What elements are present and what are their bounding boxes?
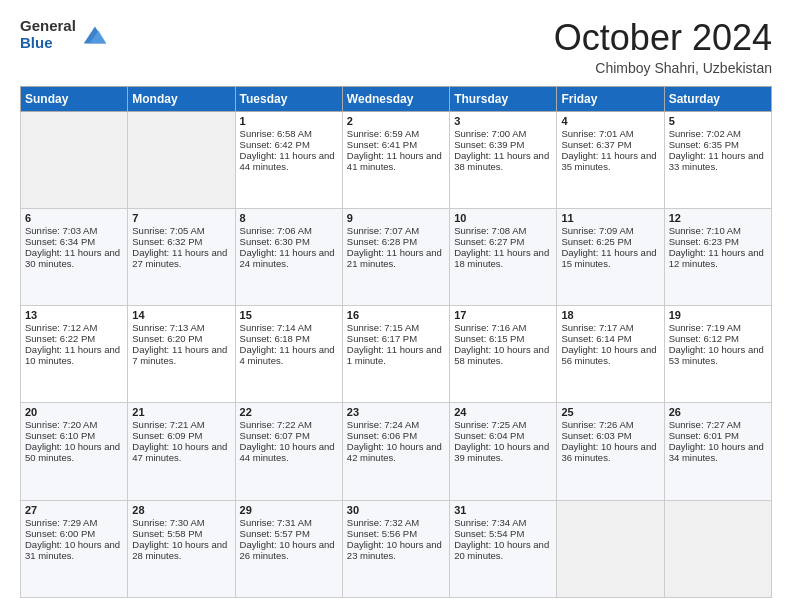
sunrise-text: Sunrise: 7:00 AM [454, 128, 552, 139]
sunrise-text: Sunrise: 7:08 AM [454, 225, 552, 236]
calendar-cell: 23Sunrise: 7:24 AMSunset: 6:06 PMDayligh… [342, 403, 449, 500]
sunrise-text: Sunrise: 7:03 AM [25, 225, 123, 236]
sunrise-text: Sunrise: 7:20 AM [25, 419, 123, 430]
daylight-text: Daylight: 10 hours and 42 minutes. [347, 441, 445, 463]
col-header-monday: Monday [128, 86, 235, 111]
logo: General Blue [20, 18, 108, 51]
day-number: 24 [454, 406, 552, 418]
day-number: 19 [669, 309, 767, 321]
logo-line2: Blue [20, 35, 76, 52]
daylight-text: Daylight: 10 hours and 50 minutes. [25, 441, 123, 463]
calendar-cell: 3Sunrise: 7:00 AMSunset: 6:39 PMDaylight… [450, 111, 557, 208]
sunset-text: Sunset: 5:54 PM [454, 528, 552, 539]
day-number: 6 [25, 212, 123, 224]
daylight-text: Daylight: 11 hours and 41 minutes. [347, 150, 445, 172]
day-number: 2 [347, 115, 445, 127]
sunset-text: Sunset: 6:30 PM [240, 236, 338, 247]
day-number: 16 [347, 309, 445, 321]
daylight-text: Daylight: 10 hours and 28 minutes. [132, 539, 230, 561]
day-number: 1 [240, 115, 338, 127]
sunset-text: Sunset: 6:18 PM [240, 333, 338, 344]
sunset-text: Sunset: 6:42 PM [240, 139, 338, 150]
sunset-text: Sunset: 6:34 PM [25, 236, 123, 247]
daylight-text: Daylight: 10 hours and 36 minutes. [561, 441, 659, 463]
calendar-cell: 22Sunrise: 7:22 AMSunset: 6:07 PMDayligh… [235, 403, 342, 500]
title-block: October 2024 Chimboy Shahri, Uzbekistan [554, 18, 772, 76]
calendar-cell: 29Sunrise: 7:31 AMSunset: 5:57 PMDayligh… [235, 500, 342, 597]
calendar-cell: 17Sunrise: 7:16 AMSunset: 6:15 PMDayligh… [450, 306, 557, 403]
daylight-text: Daylight: 10 hours and 31 minutes. [25, 539, 123, 561]
header-row: SundayMondayTuesdayWednesdayThursdayFrid… [21, 86, 772, 111]
daylight-text: Daylight: 11 hours and 1 minute. [347, 344, 445, 366]
col-header-wednesday: Wednesday [342, 86, 449, 111]
sunset-text: Sunset: 6:37 PM [561, 139, 659, 150]
daylight-text: Daylight: 10 hours and 47 minutes. [132, 441, 230, 463]
sunrise-text: Sunrise: 7:31 AM [240, 517, 338, 528]
sunset-text: Sunset: 6:22 PM [25, 333, 123, 344]
sunset-text: Sunset: 6:03 PM [561, 430, 659, 441]
col-header-thursday: Thursday [450, 86, 557, 111]
sunset-text: Sunset: 6:27 PM [454, 236, 552, 247]
day-number: 25 [561, 406, 659, 418]
sunrise-text: Sunrise: 7:32 AM [347, 517, 445, 528]
daylight-text: Daylight: 10 hours and 34 minutes. [669, 441, 767, 463]
day-number: 8 [240, 212, 338, 224]
sunrise-text: Sunrise: 7:34 AM [454, 517, 552, 528]
sunset-text: Sunset: 6:10 PM [25, 430, 123, 441]
week-row-4: 20Sunrise: 7:20 AMSunset: 6:10 PMDayligh… [21, 403, 772, 500]
calendar-cell [664, 500, 771, 597]
day-number: 27 [25, 504, 123, 516]
sunset-text: Sunset: 6:20 PM [132, 333, 230, 344]
calendar-cell: 25Sunrise: 7:26 AMSunset: 6:03 PMDayligh… [557, 403, 664, 500]
sunset-text: Sunset: 6:17 PM [347, 333, 445, 344]
calendar-page: General Blue October 2024 Chimboy Shahri… [0, 0, 792, 612]
calendar-cell: 14Sunrise: 7:13 AMSunset: 6:20 PMDayligh… [128, 306, 235, 403]
sunset-text: Sunset: 6:06 PM [347, 430, 445, 441]
daylight-text: Daylight: 11 hours and 27 minutes. [132, 247, 230, 269]
sunrise-text: Sunrise: 7:14 AM [240, 322, 338, 333]
sunrise-text: Sunrise: 7:09 AM [561, 225, 659, 236]
calendar-cell: 16Sunrise: 7:15 AMSunset: 6:17 PMDayligh… [342, 306, 449, 403]
week-row-5: 27Sunrise: 7:29 AMSunset: 6:00 PMDayligh… [21, 500, 772, 597]
day-number: 31 [454, 504, 552, 516]
sunrise-text: Sunrise: 7:25 AM [454, 419, 552, 430]
daylight-text: Daylight: 11 hours and 10 minutes. [25, 344, 123, 366]
sunset-text: Sunset: 5:57 PM [240, 528, 338, 539]
daylight-text: Daylight: 11 hours and 33 minutes. [669, 150, 767, 172]
calendar-cell: 26Sunrise: 7:27 AMSunset: 6:01 PMDayligh… [664, 403, 771, 500]
sunrise-text: Sunrise: 7:10 AM [669, 225, 767, 236]
sunset-text: Sunset: 5:58 PM [132, 528, 230, 539]
calendar-cell: 6Sunrise: 7:03 AMSunset: 6:34 PMDaylight… [21, 208, 128, 305]
subtitle: Chimboy Shahri, Uzbekistan [554, 60, 772, 76]
sunset-text: Sunset: 6:04 PM [454, 430, 552, 441]
daylight-text: Daylight: 11 hours and 4 minutes. [240, 344, 338, 366]
day-number: 13 [25, 309, 123, 321]
daylight-text: Daylight: 10 hours and 39 minutes. [454, 441, 552, 463]
day-number: 3 [454, 115, 552, 127]
day-number: 20 [25, 406, 123, 418]
sunrise-text: Sunrise: 7:26 AM [561, 419, 659, 430]
week-row-2: 6Sunrise: 7:03 AMSunset: 6:34 PMDaylight… [21, 208, 772, 305]
day-number: 14 [132, 309, 230, 321]
sunset-text: Sunset: 6:00 PM [25, 528, 123, 539]
day-number: 29 [240, 504, 338, 516]
week-row-1: 1Sunrise: 6:58 AMSunset: 6:42 PMDaylight… [21, 111, 772, 208]
daylight-text: Daylight: 11 hours and 7 minutes. [132, 344, 230, 366]
calendar-cell: 15Sunrise: 7:14 AMSunset: 6:18 PMDayligh… [235, 306, 342, 403]
calendar-cell: 9Sunrise: 7:07 AMSunset: 6:28 PMDaylight… [342, 208, 449, 305]
day-number: 9 [347, 212, 445, 224]
sunrise-text: Sunrise: 6:58 AM [240, 128, 338, 139]
daylight-text: Daylight: 11 hours and 30 minutes. [25, 247, 123, 269]
sunrise-text: Sunrise: 7:16 AM [454, 322, 552, 333]
day-number: 30 [347, 504, 445, 516]
sunrise-text: Sunrise: 7:02 AM [669, 128, 767, 139]
logo-line1: General [20, 18, 76, 35]
calendar-cell: 11Sunrise: 7:09 AMSunset: 6:25 PMDayligh… [557, 208, 664, 305]
sunset-text: Sunset: 6:23 PM [669, 236, 767, 247]
daylight-text: Daylight: 11 hours and 21 minutes. [347, 247, 445, 269]
daylight-text: Daylight: 11 hours and 35 minutes. [561, 150, 659, 172]
month-title: October 2024 [554, 18, 772, 58]
calendar-cell: 2Sunrise: 6:59 AMSunset: 6:41 PMDaylight… [342, 111, 449, 208]
day-number: 26 [669, 406, 767, 418]
daylight-text: Daylight: 10 hours and 26 minutes. [240, 539, 338, 561]
